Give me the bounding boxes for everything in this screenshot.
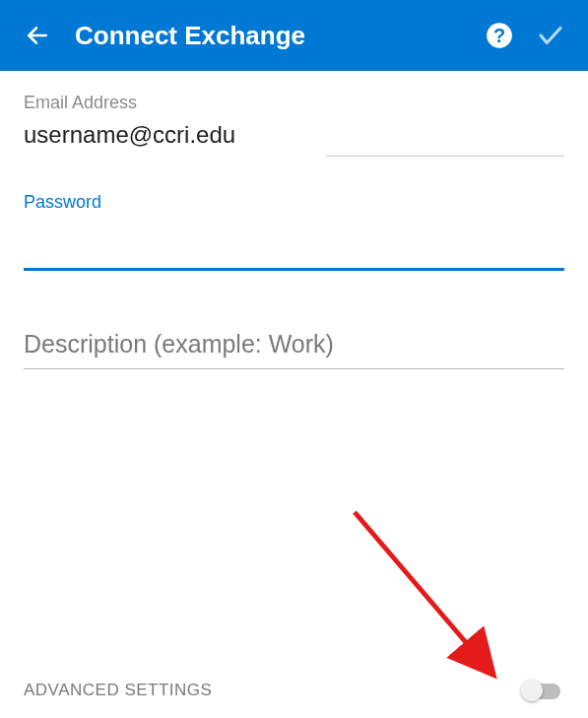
svg-line-4 [355,512,488,668]
svg-text:?: ? [493,25,505,46]
annotation-arrow [345,502,522,689]
page-title: Connect Exchange [75,21,480,51]
app-header: Connect Exchange ? [0,0,588,71]
check-icon [536,21,565,50]
password-field-group: Password [24,192,564,271]
email-label: Email Address [24,93,564,113]
toggle-thumb [521,680,543,701]
email-field-group: Email Address username@ccri.edu [24,93,564,163]
back-button[interactable] [18,16,57,55]
help-icon: ? [486,22,513,49]
description-input[interactable] [24,326,564,369]
advanced-settings-toggle[interactable] [521,679,564,702]
password-label: Password [24,192,564,213]
password-input[interactable] [24,221,564,271]
arrow-left-icon [25,23,50,48]
description-field-group [24,326,564,369]
advanced-settings-row: ADVANCED SETTINGS [24,679,564,702]
email-input[interactable]: username@ccri.edu [24,121,326,163]
form-content: Email Address username@ccri.edu Password [0,71,588,369]
email-underline [326,156,564,157]
confirm-button[interactable] [531,16,570,55]
help-button[interactable]: ? [480,16,519,55]
advanced-settings-label: ADVANCED SETTINGS [24,681,212,700]
